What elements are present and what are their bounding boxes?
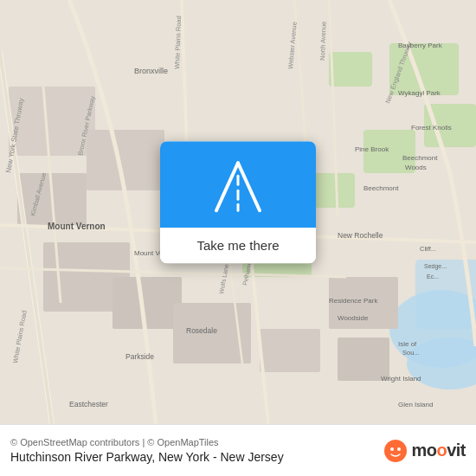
svg-text:Wykagyl Park: Wykagyl Park — [398, 89, 441, 97]
map-container: New York State Thruway Bronx River Parkw… — [0, 0, 476, 424]
svg-point-68 — [397, 447, 401, 451]
svg-text:Mount Vernon: Mount Vernon — [48, 222, 106, 231]
bottom-bar: © OpenStreetMap contributors | © OpenMap… — [0, 424, 476, 476]
svg-text:Glen Island: Glen Island — [398, 401, 433, 408]
moovit-logo: moovit — [383, 439, 466, 463]
svg-point-67 — [390, 447, 394, 451]
svg-text:Bronxville: Bronxville — [134, 67, 168, 75]
route-info: © OpenStreetMap contributors | © OpenMap… — [10, 437, 383, 464]
svg-text:Eastchester: Eastchester — [69, 400, 108, 408]
svg-text:Forest Knolls: Forest Knolls — [411, 124, 452, 132]
svg-text:Sedge...: Sedge... — [424, 263, 447, 270]
take-me-there-button[interactable]: Take me there — [160, 228, 316, 263]
svg-rect-18 — [260, 329, 320, 372]
svg-text:North Avenue: North Avenue — [318, 21, 328, 61]
svg-line-61 — [216, 163, 238, 210]
svg-text:New Rochelle: New Rochelle — [338, 231, 383, 240]
route-name: Hutchinson River Parkway, New York - New… — [10, 450, 383, 464]
moovit-icon — [383, 439, 408, 463]
highway-icon — [208, 154, 268, 215]
svg-text:Cliff...: Cliff... — [420, 245, 436, 253]
moovit-brand-text: moovit — [411, 441, 466, 460]
svg-text:Sou...: Sou... — [402, 349, 420, 357]
card-icon-area — [160, 141, 316, 228]
route-card: Take me there — [160, 141, 316, 263]
svg-text:Woodside: Woodside — [338, 314, 369, 322]
svg-text:Wright Island: Wright Island — [381, 375, 421, 383]
svg-text:Bayberry Park: Bayberry Park — [398, 42, 443, 49]
svg-text:Pine Brook: Pine Brook — [355, 145, 389, 153]
svg-text:Isle of: Isle of — [398, 340, 417, 348]
svg-point-66 — [384, 440, 407, 462]
svg-text:Beechmont: Beechmont — [402, 154, 438, 162]
svg-text:Parkside: Parkside — [125, 352, 154, 361]
svg-text:Ec...: Ec... — [427, 273, 439, 280]
svg-rect-8 — [329, 52, 372, 87]
svg-text:Residence Park: Residence Park — [329, 297, 378, 305]
svg-text:Woods: Woods — [405, 164, 427, 171]
svg-text:Rosedale: Rosedale — [186, 326, 217, 335]
svg-rect-12 — [87, 130, 164, 190]
map-attribution: © OpenStreetMap contributors | © OpenMap… — [10, 437, 383, 447]
svg-text:Beechmont: Beechmont — [363, 184, 399, 192]
svg-line-62 — [238, 163, 260, 210]
svg-rect-5 — [312, 173, 355, 208]
svg-rect-14 — [113, 277, 182, 329]
